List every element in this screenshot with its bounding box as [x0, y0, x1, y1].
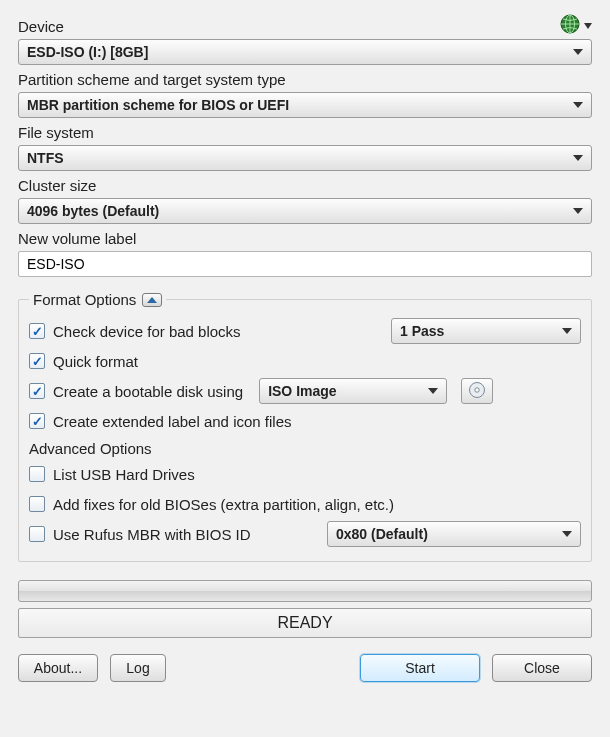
format-options-toggle[interactable] [142, 293, 162, 307]
rufus-mbr-label: Use Rufus MBR with BIOS ID [53, 526, 251, 543]
device-label: Device [18, 18, 64, 35]
rufus-mbr-checkbox[interactable] [29, 526, 45, 542]
quick-format-label: Quick format [53, 353, 138, 370]
format-options-group: Format Options Check device for bad bloc… [18, 291, 592, 562]
language-button[interactable] [560, 14, 592, 37]
old-bios-label: Add fixes for old BIOSes (extra partitio… [53, 496, 394, 513]
boot-source-dropdown[interactable]: ISO Image [259, 378, 447, 404]
volume-label-input[interactable] [18, 251, 592, 277]
bad-blocks-passes-value: 1 Pass [400, 323, 444, 339]
bad-blocks-label: Check device for bad blocks [53, 323, 241, 340]
bios-id-dropdown[interactable]: 0x80 (Default) [327, 521, 581, 547]
bad-blocks-checkbox[interactable] [29, 323, 45, 339]
cluster-label: Cluster size [18, 177, 592, 194]
filesystem-label: File system [18, 124, 592, 141]
start-button[interactable]: Start [360, 654, 480, 682]
format-options-legend-text: Format Options [33, 291, 136, 308]
about-button[interactable]: About... [18, 654, 98, 682]
svg-point-3 [475, 387, 479, 391]
volume-label: New volume label [18, 230, 592, 247]
bootable-disk-label: Create a bootable disk using [53, 383, 243, 400]
format-options-legend: Format Options [29, 291, 166, 308]
close-button[interactable]: Close [492, 654, 592, 682]
status-text: READY [277, 614, 332, 632]
globe-icon [560, 14, 580, 37]
boot-source-value: ISO Image [268, 383, 336, 399]
bios-id-value: 0x80 (Default) [336, 526, 428, 542]
partition-label: Partition scheme and target system type [18, 71, 592, 88]
list-usb-checkbox[interactable] [29, 466, 45, 482]
bootable-disk-checkbox[interactable] [29, 383, 45, 399]
cluster-value: 4096 bytes (Default) [27, 203, 159, 219]
log-button[interactable]: Log [110, 654, 166, 682]
cluster-size-dropdown[interactable]: 4096 bytes (Default) [18, 198, 592, 224]
partition-value: MBR partition scheme for BIOS or UEFI [27, 97, 289, 113]
device-value: ESD-ISO (I:) [8GB] [27, 44, 148, 60]
select-iso-button[interactable] [461, 378, 493, 404]
chevron-up-icon [147, 297, 157, 303]
bad-blocks-passes-dropdown[interactable]: 1 Pass [391, 318, 581, 344]
old-bios-checkbox[interactable] [29, 496, 45, 512]
quick-format-checkbox[interactable] [29, 353, 45, 369]
disc-icon [468, 381, 486, 402]
device-dropdown[interactable]: ESD-ISO (I:) [8GB] [18, 39, 592, 65]
status-bar: READY [18, 608, 592, 638]
extended-label-checkbox[interactable] [29, 413, 45, 429]
rufus-dialog: Device ESD-ISO (I:) [8GB] Partition sche… [0, 0, 610, 696]
list-usb-label: List USB Hard Drives [53, 466, 195, 483]
chevron-down-icon [584, 23, 592, 29]
extended-label-label: Create extended label and icon files [53, 413, 292, 430]
progress-bar [18, 580, 592, 602]
partition-scheme-dropdown[interactable]: MBR partition scheme for BIOS or UEFI [18, 92, 592, 118]
filesystem-dropdown[interactable]: NTFS [18, 145, 592, 171]
filesystem-value: NTFS [27, 150, 64, 166]
advanced-options-heading: Advanced Options [29, 440, 581, 457]
